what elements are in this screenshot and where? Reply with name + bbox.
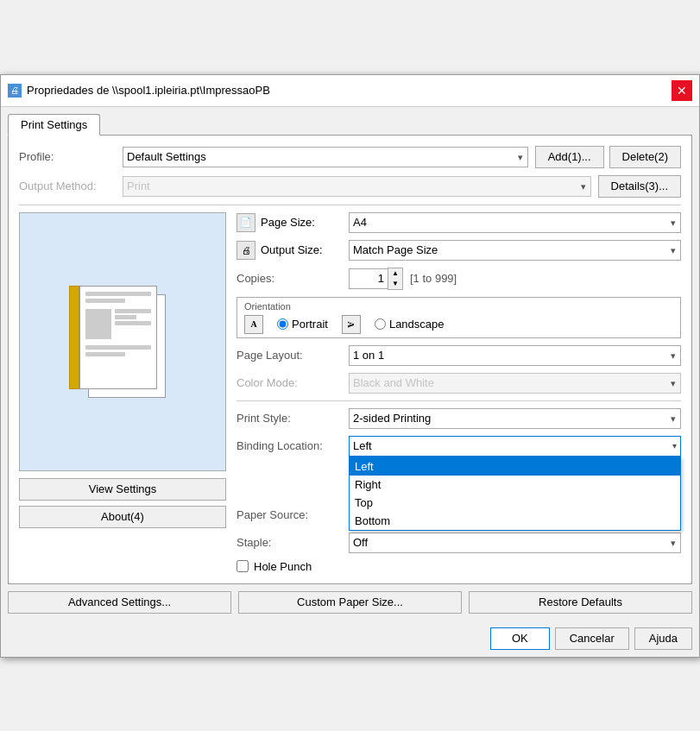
binding-location-display[interactable]: Left ▾ xyxy=(349,436,681,457)
doc-line-2 xyxy=(85,299,125,303)
copies-down-button[interactable]: ▼ xyxy=(388,279,402,289)
preview-doc xyxy=(79,286,166,398)
portrait-option[interactable]: Portrait xyxy=(277,318,328,331)
color-mode-select-wrapper: Black and White xyxy=(349,373,681,394)
orientation-options: A Portrait A Landscape xyxy=(244,315,673,334)
output-size-icon: 🖨 xyxy=(236,241,255,260)
profile-buttons: Add(1)... Delete(2) xyxy=(535,146,681,168)
binding-location-value: Left xyxy=(353,439,372,452)
hole-punch-label[interactable]: Hole Punch xyxy=(254,560,312,573)
staple-select-wrapper[interactable]: Off xyxy=(349,532,681,553)
binding-option-left[interactable]: Left xyxy=(350,457,680,476)
binding-location-row: Binding Location: Left ▾ Left Right Top … xyxy=(236,436,681,457)
tab-bar: Print Settings xyxy=(1,107,699,135)
landscape-radio[interactable] xyxy=(375,318,386,330)
custom-paper-size-button[interactable]: Custom Paper Size... xyxy=(238,591,462,614)
content-area: Profile: Default Settings Add(1)... Dele… xyxy=(8,135,692,584)
page-size-select[interactable]: A4 xyxy=(349,212,681,233)
add-button[interactable]: Add(1)... xyxy=(535,146,604,168)
portrait-label: Portrait xyxy=(292,318,328,331)
output-size-icon-label: 🖨 Output Size: xyxy=(236,241,349,260)
color-mode-select: Black and White xyxy=(349,373,681,394)
profile-select-wrapper[interactable]: Default Settings xyxy=(123,147,528,167)
binding-option-top[interactable]: Top xyxy=(350,494,680,512)
page-layout-row: Page Layout: 1 on 1 xyxy=(236,345,681,366)
view-settings-button[interactable]: View Settings xyxy=(19,478,226,501)
ok-cancel-row: OK Cancelar Ajuda xyxy=(1,621,699,657)
cancel-button[interactable]: Cancelar xyxy=(555,627,629,650)
delete-button[interactable]: Delete(2) xyxy=(609,146,681,168)
view-about-buttons: View Settings About(4) xyxy=(19,478,226,528)
portrait-radio[interactable] xyxy=(277,318,288,330)
output-size-label: Output Size: xyxy=(261,243,323,256)
print-style-select[interactable]: 2-sided Printing xyxy=(349,408,681,429)
bottom-buttons: Advanced Settings... Custom Paper Size..… xyxy=(1,584,699,621)
doc-text-lines xyxy=(115,309,151,339)
output-size-row: 🖨 Output Size: Match Page Size xyxy=(236,240,681,261)
doc-line-1 xyxy=(85,292,151,296)
doc-front xyxy=(79,286,157,389)
profile-label: Profile: xyxy=(19,150,123,163)
profile-select[interactable]: Default Settings xyxy=(123,147,528,167)
titlebar: 🖨 Propriedades de \\spool1.ipleiria.pt\I… xyxy=(1,75,699,107)
copies-input[interactable] xyxy=(349,268,388,289)
ok-button[interactable]: OK xyxy=(490,627,550,650)
binding-location-dropdown[interactable]: Left ▾ Left Right Top Bottom xyxy=(349,436,681,457)
doc-line-3 xyxy=(115,309,151,313)
preview-panel xyxy=(19,212,226,471)
landscape-label: Landscape xyxy=(389,318,445,331)
divider-1 xyxy=(19,205,681,205)
binding-location-label: Binding Location: xyxy=(236,439,349,452)
print-style-row: Print Style: 2-sided Printing xyxy=(236,408,681,429)
tab-print-settings[interactable]: Print Settings xyxy=(8,114,100,135)
page-layout-select[interactable]: 1 on 1 xyxy=(349,345,681,366)
main-window: 🖨 Propriedades de \\spool1.ipleiria.pt\I… xyxy=(0,74,700,658)
copies-up-button[interactable]: ▲ xyxy=(388,268,402,279)
doc-img-block xyxy=(85,309,111,339)
output-size-select-wrapper[interactable]: Match Page Size xyxy=(349,240,681,261)
left-panel: View Settings About(4) xyxy=(19,212,226,573)
dropdown-arrow: ▾ xyxy=(672,441,677,451)
copies-label: Copies: xyxy=(236,272,349,285)
settings-panel: 📄 Page Size: A4 🖨 Output Size: xyxy=(236,212,681,573)
divider-2 xyxy=(236,400,681,401)
hole-punch-checkbox[interactable] xyxy=(236,560,249,572)
output-size-select[interactable]: Match Page Size xyxy=(349,240,681,261)
help-button[interactable]: Ajuda xyxy=(634,627,692,650)
page-layout-select-wrapper[interactable]: 1 on 1 xyxy=(349,345,681,366)
binding-option-right[interactable]: Right xyxy=(350,476,680,494)
doc-image-area xyxy=(85,309,151,339)
profile-row: Profile: Default Settings Add(1)... Dele… xyxy=(19,146,681,168)
page-size-icon: 📄 xyxy=(236,213,255,232)
color-mode-label: Color Mode: xyxy=(236,376,349,389)
copies-row: Copies: ▲ ▼ [1 to 999] xyxy=(236,268,681,290)
titlebar-left: 🖨 Propriedades de \\spool1.ipleiria.pt\I… xyxy=(8,84,270,98)
print-style-label: Print Style: xyxy=(236,412,349,425)
close-button[interactable]: ✕ xyxy=(672,80,692,101)
doc-spine xyxy=(69,286,79,389)
advanced-settings-button[interactable]: Advanced Settings... xyxy=(8,591,231,614)
page-layout-label: Page Layout: xyxy=(236,349,349,362)
binding-option-bottom[interactable]: Bottom xyxy=(350,512,680,530)
portrait-icon: A xyxy=(244,315,263,334)
print-style-select-wrapper[interactable]: 2-sided Printing xyxy=(349,408,681,429)
landscape-option[interactable]: Landscape xyxy=(375,318,445,331)
copies-range: [1 to 999] xyxy=(410,272,457,285)
window-title: Propriedades de \\spool1.ipleiria.pt\Imp… xyxy=(27,84,270,97)
main-section: View Settings About(4) 📄 Page Size: A4 xyxy=(19,212,681,573)
output-method-label: Output Method: xyxy=(19,180,123,192)
doc-line-7 xyxy=(85,352,125,356)
details-button[interactable]: Details(3)... xyxy=(598,175,681,198)
restore-defaults-button[interactable]: Restore Defaults xyxy=(469,591,692,614)
staple-select[interactable]: Off xyxy=(349,532,681,553)
page-size-label: Page Size: xyxy=(261,216,315,229)
output-method-select: Print xyxy=(123,176,591,197)
color-mode-row: Color Mode: Black and White xyxy=(236,373,681,394)
hole-punch-row: Hole Punch xyxy=(236,560,681,573)
about-button[interactable]: About(4) xyxy=(19,506,226,528)
copies-spinner: ▲ ▼ xyxy=(349,268,403,290)
printer-icon: 🖨 xyxy=(8,84,22,98)
doc-line-6 xyxy=(85,345,151,350)
page-size-select-wrapper[interactable]: A4 xyxy=(349,212,681,233)
output-method-select-wrapper: Print xyxy=(123,176,591,197)
